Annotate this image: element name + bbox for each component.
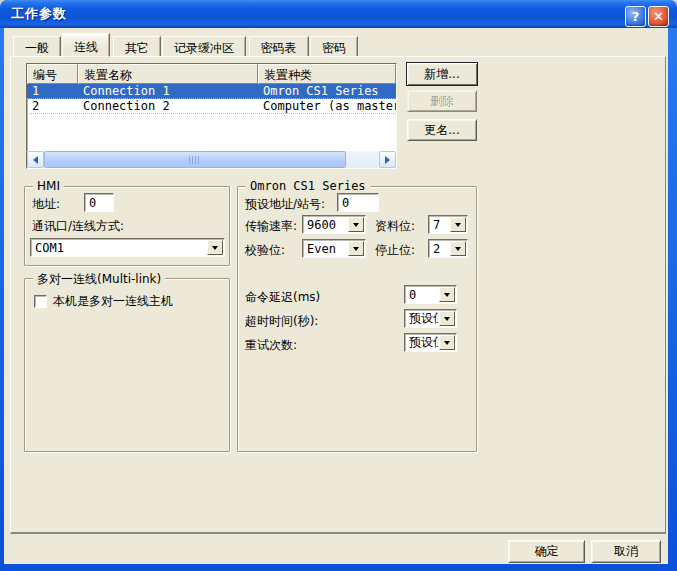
stop-bits-label: 停止位: — [375, 242, 415, 259]
multilink-group-title: 多对一连线(Multi-link) — [33, 271, 165, 288]
data-bits-combo-dropdown[interactable] — [450, 217, 466, 232]
table-cell-no: 2 — [27, 99, 78, 113]
horizontal-scrollbar[interactable] — [27, 151, 396, 168]
data-bits-label: 资料位: — [375, 218, 415, 235]
tab-1[interactable]: 一般 — [13, 36, 61, 57]
data-bits-combo-value: 7 — [429, 218, 449, 232]
scroll-left-icon[interactable] — [27, 151, 44, 168]
scrollbar-grip-icon — [189, 156, 200, 164]
table-cell-name: Connection 1 — [78, 84, 258, 98]
column-header-3[interactable]: 装置种类 — [258, 64, 396, 84]
baud-combo-dropdown[interactable] — [348, 217, 364, 232]
column-header-2[interactable]: 装置名称 — [78, 64, 258, 84]
tab-6[interactable]: 密码 — [310, 36, 358, 57]
multilink-master-label: 本机是多对一连线主机 — [53, 293, 173, 310]
chevron-down-icon — [444, 317, 450, 321]
chevron-down-icon — [444, 341, 450, 345]
cmd-delay-combo[interactable]: 0 — [404, 285, 457, 304]
chevron-down-icon — [455, 247, 461, 251]
tab-3[interactable]: 其它 — [113, 36, 161, 57]
baud-combo-value: 9600 — [303, 218, 347, 232]
port-combo[interactable]: COM1 — [30, 238, 225, 257]
stop-bits-combo-value: 2 — [429, 242, 449, 256]
delete-button[interactable]: 删除 — [407, 90, 477, 112]
baud-label: 传输速率: — [245, 218, 297, 235]
data-bits-combo[interactable]: 7 — [428, 215, 468, 234]
preset-address-label: 预设地址/站号: — [245, 196, 325, 213]
parity-combo-dropdown[interactable] — [348, 241, 364, 256]
table-cell-no: 1 — [27, 84, 78, 98]
device-list-body: 1Connection 1Omron CS1 Series2Connection… — [27, 84, 396, 114]
dialog-client-area: 一般连线其它记录缓冲区密码表密码 编号装置名称装置种类 1Connection … — [4, 28, 668, 564]
port-label: 通讯口/连线方式: — [32, 218, 124, 235]
table-cell-type: Omron CS1 Series — [258, 84, 396, 98]
preset-address-input[interactable] — [337, 193, 379, 212]
timeout-combo-dropdown[interactable] — [439, 311, 455, 326]
retry-combo-value: 预设值 — [405, 334, 438, 351]
parity-combo-value: Even — [303, 242, 347, 256]
column-header-1[interactable]: 编号 — [27, 64, 78, 84]
tab-5[interactable]: 密码表 — [249, 36, 309, 57]
chevron-down-icon — [212, 246, 218, 250]
chevron-down-icon — [455, 223, 461, 227]
parity-label: 校验位: — [245, 242, 285, 259]
port-combo-value: COM1 — [31, 241, 206, 255]
timeout-label: 超时时间(秒): — [245, 313, 318, 330]
timeout-combo[interactable]: 预设值 — [404, 309, 457, 328]
device-settings-group-title: Omron CS1 Series — [246, 179, 370, 193]
table-cell-name: Connection 2 — [78, 99, 258, 113]
cancel-button[interactable]: 取消 — [591, 540, 661, 563]
add-button[interactable]: 新增... — [406, 62, 478, 86]
multilink-master-option[interactable]: 本机是多对一连线主机 — [34, 293, 173, 310]
address-label: 地址: — [32, 196, 60, 213]
multilink-master-checkbox[interactable] — [34, 295, 47, 308]
cmd-delay-label: 命令延迟(ms) — [245, 289, 320, 306]
hmi-group-title: HMI — [33, 179, 64, 193]
scrollbar-thumb[interactable] — [44, 151, 346, 168]
right-arrow-icon — [385, 156, 390, 164]
retry-combo[interactable]: 预设值 — [404, 333, 457, 352]
cmd-delay-combo-value: 0 — [405, 288, 438, 302]
stop-bits-combo-dropdown[interactable] — [450, 241, 466, 256]
chevron-down-icon — [353, 223, 359, 227]
table-row[interactable]: 2Connection 2Computer (as master) — [27, 99, 396, 114]
left-arrow-icon — [33, 156, 38, 164]
parity-combo[interactable]: Even — [302, 239, 366, 258]
timeout-combo-value: 预设值 — [405, 310, 438, 327]
chevron-down-icon — [444, 293, 450, 297]
table-row[interactable]: 1Connection 1Omron CS1 Series — [27, 84, 396, 99]
tab-4[interactable]: 记录缓冲区 — [162, 36, 246, 57]
port-combo-dropdown[interactable] — [207, 240, 223, 255]
retry-label: 重试次数: — [245, 337, 297, 354]
chevron-down-icon — [353, 247, 359, 251]
retry-combo-dropdown[interactable] — [439, 335, 455, 350]
baud-combo[interactable]: 9600 — [302, 215, 366, 234]
scrollbar-track[interactable] — [44, 151, 379, 168]
dialog-working-parameters: 工作参数 ? ✕ 一般连线其它记录缓冲区密码表密码 编号装置名称装置种类 1Co… — [0, 0, 677, 571]
table-cell-type: Computer (as master) — [258, 99, 396, 113]
tab-2[interactable]: 连线 — [62, 33, 110, 57]
address-input[interactable] — [84, 193, 114, 212]
ok-button[interactable]: 确定 — [508, 540, 585, 563]
scroll-right-icon[interactable] — [379, 151, 396, 168]
rename-button[interactable]: 更名... — [407, 119, 477, 141]
cmd-delay-combo-dropdown[interactable] — [439, 287, 455, 302]
device-list-header: 编号装置名称装置种类 — [27, 64, 396, 84]
stop-bits-combo[interactable]: 2 — [428, 239, 468, 258]
